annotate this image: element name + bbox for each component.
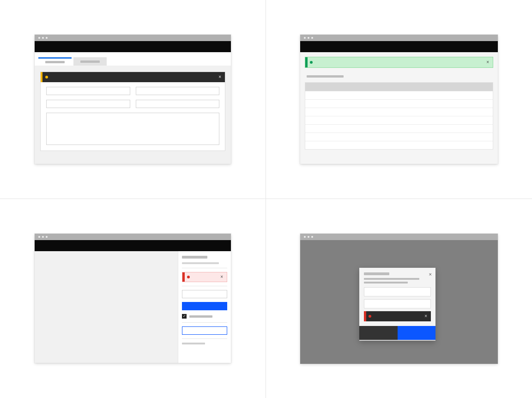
divider <box>182 322 227 323</box>
window-control-dot <box>38 37 40 39</box>
cancel-button[interactable] <box>359 326 398 340</box>
modal-footer <box>359 326 435 340</box>
close-icon[interactable]: × <box>486 60 489 65</box>
tab-active[interactable] <box>38 57 72 66</box>
warning-accent <box>41 72 42 82</box>
secondary-button[interactable] <box>182 326 227 335</box>
text-input[interactable] <box>136 87 220 95</box>
text-input[interactable] <box>364 287 431 296</box>
example-error-in-modal: × × <box>266 199 532 398</box>
success-accent <box>305 57 308 67</box>
tab-bar <box>35 52 231 66</box>
window-control-dot <box>46 236 48 238</box>
close-icon[interactable]: × <box>218 75 221 79</box>
warning-icon <box>45 76 48 78</box>
error-accent <box>182 272 185 282</box>
modal-overlay: × × <box>300 240 498 364</box>
error-icon <box>187 276 190 278</box>
browser-window: × ✓ <box>35 234 231 363</box>
text-input[interactable] <box>136 100 220 108</box>
page-body: × <box>300 52 498 164</box>
window-control-dot <box>308 236 309 238</box>
window-control-dot <box>308 37 309 39</box>
checkbox-row[interactable]: ✓ <box>182 314 227 319</box>
window-titlebar <box>300 234 498 240</box>
window-control-dot <box>38 236 40 238</box>
table-row[interactable] <box>305 116 493 124</box>
app-header <box>300 41 498 52</box>
modal-header: × <box>359 268 435 287</box>
modal-description <box>364 278 419 280</box>
sidebar-title <box>182 256 207 259</box>
tab-label <box>80 60 100 63</box>
page-body: × <box>35 52 231 164</box>
tab-inactive[interactable] <box>73 57 107 66</box>
table-row[interactable] <box>305 124 493 133</box>
window-control-dot <box>304 37 306 39</box>
error-banner: × <box>364 311 431 321</box>
browser-window: × <box>300 35 498 164</box>
browser-window: × <box>35 35 231 164</box>
checkbox-checked-icon[interactable]: ✓ <box>182 314 187 319</box>
browser-window: × × <box>300 234 498 364</box>
close-icon[interactable]: × <box>220 275 223 279</box>
table-row[interactable] <box>305 91 493 99</box>
example-error-in-sidebar: × ✓ <box>0 199 266 398</box>
modal-dialog: × × <box>359 268 435 341</box>
table-row[interactable] <box>305 108 493 116</box>
example-success-above-table: × <box>266 0 532 199</box>
checkbox-label <box>189 315 212 318</box>
error-icon <box>369 315 371 318</box>
error-banner: × <box>182 272 227 282</box>
close-icon[interactable]: × <box>424 314 427 319</box>
success-banner: × <box>305 57 493 68</box>
close-icon[interactable]: × <box>429 271 432 277</box>
form-panel: × <box>40 72 225 151</box>
text-input[interactable] <box>364 299 431 308</box>
text-input[interactable] <box>182 290 227 298</box>
table-row[interactable] <box>305 141 493 149</box>
tab-label <box>45 61 65 63</box>
data-table <box>305 82 493 150</box>
app-header <box>35 41 231 52</box>
divider <box>182 338 227 339</box>
divider <box>182 286 227 286</box>
main-content <box>35 251 178 363</box>
text-input[interactable] <box>46 87 130 95</box>
modal-body: × <box>359 287 435 326</box>
window-titlebar <box>35 234 231 240</box>
window-control-dot <box>304 236 306 238</box>
section-title <box>307 75 344 78</box>
window-control-dot <box>311 37 313 39</box>
right-sidebar: × ✓ <box>178 251 231 363</box>
warning-banner: × <box>41 72 225 82</box>
window-control-dot <box>311 236 313 238</box>
modal-title <box>364 272 389 275</box>
sidebar-subtitle <box>182 262 219 264</box>
example-warning-in-form: × <box>0 0 266 199</box>
table-header <box>305 83 493 91</box>
table-row[interactable] <box>305 99 493 108</box>
primary-button[interactable] <box>182 302 227 310</box>
window-control-dot <box>42 236 44 238</box>
window-control-dot <box>46 37 48 39</box>
divider <box>182 268 227 268</box>
app-header <box>35 240 231 251</box>
page-body: × ✓ <box>35 251 231 363</box>
table-row[interactable] <box>305 133 493 141</box>
error-accent <box>364 311 366 321</box>
window-titlebar <box>300 35 498 41</box>
window-control-dot <box>42 37 44 39</box>
text-input[interactable] <box>46 100 130 108</box>
footer-note <box>182 343 205 344</box>
confirm-button[interactable] <box>398 326 436 340</box>
textarea[interactable] <box>46 113 219 145</box>
success-icon <box>310 61 313 64</box>
modal-description <box>364 282 408 283</box>
window-titlebar <box>35 35 231 41</box>
